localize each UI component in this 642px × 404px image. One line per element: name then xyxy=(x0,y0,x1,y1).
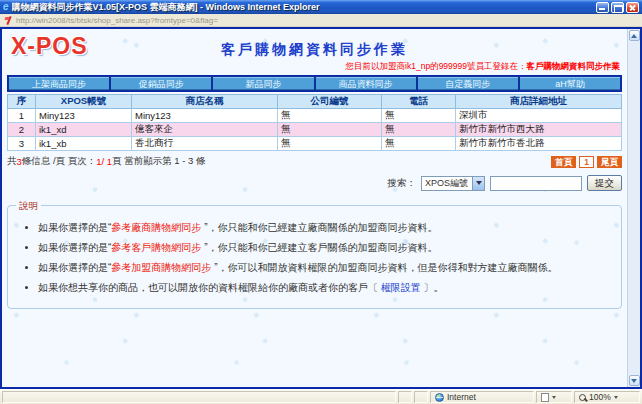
window-title: 購物網資料同步作業V1.05[X-POS 雲端商務網] - Windows In… xyxy=(12,1,320,14)
nav-item-help[interactable]: aH幫助 xyxy=(520,77,620,90)
nav-bar: 上架商品同步 促銷品同步 新品同步 商品資料同步 自定義同步 aH幫助 xyxy=(7,75,622,92)
col-header-company-no: 公司編號 xyxy=(278,95,382,109)
nav-item-promo-sync[interactable]: 促銷品同步 xyxy=(111,77,211,90)
search-label: 搜索： xyxy=(387,177,416,190)
zoom-panel[interactable]: 100% xyxy=(574,391,640,403)
chevron-down-icon xyxy=(614,396,618,399)
xpos-logo: X-POS xyxy=(11,33,88,60)
statusbar-panel xyxy=(414,391,428,403)
chevron-down-icon[interactable] xyxy=(472,177,484,190)
col-header-shop-name: 商店名稱 xyxy=(132,95,278,109)
page-icon xyxy=(541,393,549,402)
address-bar[interactable]: http://win2008/ts/btsk/shop_share.asp?fr… xyxy=(0,14,642,27)
permission-settings-link[interactable]: 權限設置 xyxy=(381,282,421,293)
notes-list: 如果你選擇的是“參考廠商購物網同步 ”，你只能和你已經建立廠商關係的加盟商同步資… xyxy=(38,218,609,298)
vertical-scrollbar[interactable] xyxy=(627,29,640,387)
pagination-text: 條信息 /頁 頁次： xyxy=(22,155,96,168)
cell-phone: 無 xyxy=(382,109,456,123)
table-row[interactable]: 2 ik1_xd 億客來企 無 無 新竹市新竹市西大路 xyxy=(8,123,622,137)
table-row[interactable]: 3 ik1_xb 香北商行 無 無 新竹市新竹市香北路 xyxy=(8,137,622,151)
cell-company-no: 無 xyxy=(278,109,382,123)
note-text: 如果你想共享你的商品，也可以開放你的資料權限給你的廠商或者你的客戶〔 xyxy=(38,282,381,293)
current-page-button[interactable]: 1 xyxy=(579,156,594,168)
note-text: 如果你選擇的是“ xyxy=(38,242,111,253)
nav-item-custom-sync[interactable]: 自定義同步 xyxy=(418,77,518,90)
table-row[interactable]: 1 Miny123 Miny123 無 無 深圳市 xyxy=(8,109,622,123)
col-header-address: 商店詳細地址 xyxy=(456,95,622,109)
login-text: 您目前以加盟商 xyxy=(346,61,406,71)
pagination-bar: 共 3 條信息 /頁 頁次： 1/ 1 頁 當前顯示第 1 - 3 條 首頁 1… xyxy=(7,155,622,168)
web-page: X-POS 客戶購物網資料同步作業 您目前以加盟商ik1_np的999999號員… xyxy=(2,29,627,387)
note-text: 〕。 xyxy=(421,282,444,293)
cell-index: 2 xyxy=(8,123,36,137)
globe-icon xyxy=(435,393,444,402)
notes-legend: 說明 xyxy=(16,200,41,213)
col-header-xpos-account: XPOS帳號 xyxy=(36,95,132,109)
protected-mode-panel[interactable] xyxy=(536,391,572,403)
cell-index: 1 xyxy=(8,109,36,123)
pagination-page: 1/ 1 xyxy=(96,156,112,167)
pagination-text: 共 xyxy=(7,155,17,168)
cell-phone: 無 xyxy=(382,123,456,137)
note-item: 如果你選擇的是“參考加盟商購物網同步 ”，你可以和開放資料權限的加盟商同步資料，… xyxy=(38,258,609,278)
notes-panel: 說明 如果你選擇的是“參考廠商購物網同步 ”，你只能和你已經建立廠商關係的加盟商… xyxy=(7,205,622,309)
cell-address: 深圳市 xyxy=(456,109,622,123)
cell-shop-name: 香北商行 xyxy=(132,137,278,151)
minimize-button[interactable] xyxy=(596,2,609,13)
chevron-down-icon xyxy=(552,396,556,399)
nav-item-new-sync[interactable]: 新品同步 xyxy=(213,77,313,90)
note-text: 如果你選擇的是“ xyxy=(38,262,111,273)
scroll-down-button[interactable] xyxy=(629,375,640,386)
note-item: 如果你想共享你的商品，也可以開放你的資料權限給你的廠商或者你的客戶〔 權限設置 … xyxy=(38,278,609,298)
close-button[interactable] xyxy=(626,2,639,13)
cell-xpos-account: Miny123 xyxy=(36,109,132,123)
employee-no: 999999 xyxy=(439,61,467,71)
cell-xpos-account: ik1_xd xyxy=(36,123,132,137)
login-status: 您目前以加盟商ik1_np的999999號員工登錄在：客戶購物網資料同步作業 xyxy=(346,61,620,73)
search-field-select[interactable]: XPOS編號 xyxy=(421,176,485,191)
zoom-level: 100% xyxy=(589,392,611,402)
col-header-index: 序 xyxy=(8,95,36,109)
magnifier-icon xyxy=(579,394,586,401)
up-arrow-icon xyxy=(631,34,637,38)
table-header-row: 序 XPOS帳號 商店名稱 公司編號 電話 商店詳細地址 xyxy=(8,95,622,109)
col-header-phone: 電話 xyxy=(382,95,456,109)
pagination-text: 頁 當前顯示第 1 - 3 條 xyxy=(112,155,205,168)
note-highlight: 參考客戶購物網同步 xyxy=(111,242,204,253)
browser-window: e 購物網資料同步作業V1.05[X-POS 雲端商務網] - Windows … xyxy=(0,0,642,404)
last-page-button[interactable]: 尾頁 xyxy=(597,156,622,168)
cell-company-no: 無 xyxy=(278,123,382,137)
search-input[interactable] xyxy=(490,176,582,191)
cell-index: 3 xyxy=(8,137,36,151)
cell-company-no: 無 xyxy=(278,137,382,151)
login-location: 客戶購物網資料同步作業 xyxy=(527,61,621,71)
maximize-button[interactable] xyxy=(611,2,624,13)
nav-item-listed-sync[interactable]: 上架商品同步 xyxy=(9,77,109,90)
address-url[interactable]: http://win2008/ts/btsk/shop_share.asp?fr… xyxy=(16,16,218,25)
internet-zone-label: Internet xyxy=(447,392,476,402)
note-text: ”，你可以和開放資料權限的加盟商同步資料，但是你得和對方建立廠商關係。 xyxy=(214,262,557,273)
statusbar-panel xyxy=(2,391,396,403)
note-item: 如果你選擇的是“參考廠商購物網同步 ”，你只能和你已經建立廠商關係的加盟商同步資… xyxy=(38,218,609,238)
nav-item-product-data-sync[interactable]: 商品資料同步 xyxy=(316,77,416,90)
address-page-icon xyxy=(5,16,12,25)
cell-shop-name: Miny123 xyxy=(132,109,278,123)
scroll-up-button[interactable] xyxy=(629,30,640,41)
note-item: 如果你選擇的是“參考客戶購物網同步 ”，你只能和你已經建立客戶關係的加盟商同步資… xyxy=(38,238,609,258)
pagination-buttons: 首頁 1 尾頁 xyxy=(551,156,622,168)
page-header: X-POS 客戶購物網資料同步作業 您目前以加盟商ik1_np的999999號員… xyxy=(7,32,622,74)
internet-zone-panel: Internet xyxy=(430,391,534,403)
submit-button[interactable]: 提交 xyxy=(587,175,622,191)
page-title: 客戶購物網資料同步作業 xyxy=(7,32,622,59)
note-highlight: 參考廠商購物網同步 xyxy=(111,222,204,233)
cell-phone: 無 xyxy=(382,137,456,151)
search-field-value: XPOS編號 xyxy=(425,177,472,190)
note-text: ”，你只能和你已經建立客戶關係的加盟商同步資料。 xyxy=(204,242,437,253)
cell-address: 新竹市新竹市香北路 xyxy=(456,137,622,151)
first-page-button[interactable]: 首頁 xyxy=(551,156,576,168)
login-text: 號員工登錄在： xyxy=(467,61,527,71)
cell-address: 新竹市新竹市西大路 xyxy=(456,123,622,137)
browser-viewport: X-POS 客戶購物網資料同步作業 您目前以加盟商ik1_np的999999號員… xyxy=(0,27,642,389)
status-bar: Internet 100% xyxy=(0,389,642,404)
login-text: 的 xyxy=(430,61,439,71)
